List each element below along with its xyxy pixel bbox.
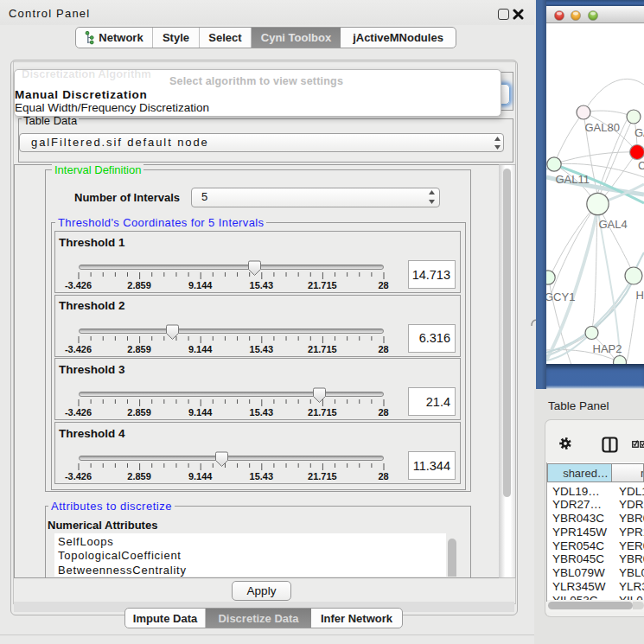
svg-text:GCY1: GCY1 [546,290,575,303]
svg-text:GAL4: GAL4 [599,218,628,231]
svg-text:GA: GA [634,126,644,139]
svg-text:HAP2: HAP2 [593,342,622,355]
svg-text:H: H [636,289,644,302]
svg-text:C: C [638,159,644,172]
svg-text:GAL80: GAL80 [585,121,620,134]
svg-text:GAL11: GAL11 [556,173,590,186]
